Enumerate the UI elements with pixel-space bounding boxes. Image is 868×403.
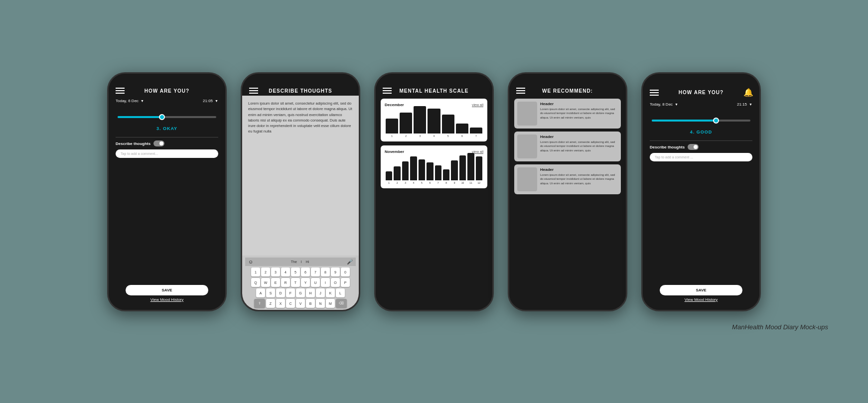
hamburger-icon[interactable] [516,88,525,94]
key-S[interactable]: S [266,288,275,297]
slider-thumb[interactable] [159,114,165,120]
describe-toggle[interactable] [688,144,699,150]
key-B[interactable]: B [306,299,315,308]
key-W[interactable]: W [261,278,270,287]
emoji-button[interactable]: ☺ [248,259,253,265]
key-M[interactable]: M [326,299,335,308]
time-chip[interactable]: 21:05▼ [203,99,218,103]
slider-track[interactable] [118,116,216,118]
phone-screen: WE RECOMMEND:HeaderLorem ipsum dolor sit… [509,74,626,310]
bar-col: 4 [428,109,440,137]
chart-view-all-link[interactable]: view all [472,103,483,107]
key-Y[interactable]: Y [301,278,310,287]
key-7[interactable]: 7 [311,268,320,276]
key-5[interactable]: 5 [291,268,300,276]
bar-label: 5 [421,181,423,184]
slider-track[interactable] [652,120,750,122]
hamburger-icon[interactable] [249,88,258,94]
rec-card-2[interactable]: HeaderLorem ipsum dolor sit amet, consec… [514,164,621,194]
key-R[interactable]: R [281,278,290,287]
key-8[interactable]: 8 [321,268,330,276]
time-chip[interactable]: 21:15▼ [737,102,752,107]
key-G[interactable]: G [296,288,305,297]
keyboard-suggestion[interactable]: Hi [306,260,309,264]
phone-screen: DESCRIBE THOUGHTSLorem ipsum dolor sit a… [242,74,359,310]
comment-input[interactable]: Tap to add a comment ... [650,153,752,161]
key-⌫[interactable]: ⌫ [336,299,347,308]
date-chip[interactable]: Today, 8 Dec▼ [650,102,678,107]
key-J[interactable]: J [316,288,325,297]
slider-fill [652,120,716,122]
describe-toggle[interactable] [153,140,164,146]
date-text: Today, 8 Dec [650,102,673,107]
mood-label: 3. OKAY [116,126,218,131]
describe-row: Describe thoughts [116,140,218,146]
how-are-you-section: Today, 6 Dec▼21:05▼3. OKAYDescribe thoug… [109,96,225,310]
hamburger-icon[interactable] [116,88,125,94]
thoughts-text-area[interactable]: Lorem ipsum dolor sit amet, consectetur … [242,96,359,256]
mood-slider-container [650,116,752,126]
phone-notch [686,74,716,82]
bar-label: 10 [461,181,464,184]
key-rows: 1234567890QWERTYUIOPASDFGHJKL⇧ZXCVBNM⌫ [245,268,356,308]
key-D[interactable]: D [276,288,285,297]
bell-slot[interactable]: 🔔 [743,88,752,97]
comment-input[interactable]: Tap to add a comment... [116,149,218,158]
key-X[interactable]: X [276,299,285,308]
key-I[interactable]: I [321,278,330,287]
save-button[interactable]: SAVE [126,285,208,295]
screen-title: HOW ARE YOU? [125,88,209,94]
rec-content: HeaderLorem ipsum dolor sit amet, consec… [540,102,618,126]
view-mood-history-link[interactable]: View Mood History [650,297,752,302]
bar [386,171,392,180]
caption: ManHealth Mood Diary Mock-ups [10,323,858,331]
key-2[interactable]: 2 [261,268,270,276]
key-N[interactable]: N [316,299,325,308]
key-H[interactable]: H [306,288,315,297]
keyboard-suggestion[interactable]: The [291,260,297,264]
rec-card-1[interactable]: HeaderLorem ipsum dolor sit amet, consec… [514,132,621,161]
key-E[interactable]: E [271,278,280,287]
bar-label: 4 [434,134,435,137]
key-T[interactable]: T [291,278,300,287]
key-3[interactable]: 3 [271,268,280,276]
save-button[interactable]: SAVE [660,285,742,295]
key-1[interactable]: 1 [251,268,260,276]
key-C[interactable]: C [286,299,295,308]
phone-1: HOW ARE YOU?Today, 6 Dec▼21:05▼3. OKAYDe… [107,72,227,311]
mic-button[interactable]: 🎤 [347,259,353,265]
chart-month-label: December [385,103,404,107]
rec-card-0[interactable]: HeaderLorem ipsum dolor sit amet, consec… [514,99,621,129]
key-4[interactable]: 4 [281,268,290,276]
bar-col: 1 [386,171,392,184]
screen-title: DESCRIBE THOUGHTS [258,88,343,94]
key-0[interactable]: 0 [341,268,350,276]
key-P[interactable]: P [341,278,350,287]
top-bar: HOW ARE YOU? [109,84,225,96]
hamburger-icon[interactable] [383,88,392,94]
key-Z[interactable]: Z [266,299,275,308]
key-O[interactable]: O [331,278,340,287]
key-L[interactable]: L [336,288,345,297]
hamburger-icon[interactable] [650,90,659,96]
key-A[interactable]: A [256,288,265,297]
keyboard-suggestion[interactable]: I [301,260,302,264]
bar [459,155,466,180]
key-Q[interactable]: Q [251,278,260,287]
date-chip[interactable]: Today, 6 Dec▼ [116,99,144,103]
key-⇧[interactable]: ⇧ [254,299,265,308]
phone-notch [286,74,315,82]
bar [394,166,400,180]
bar [386,119,398,134]
top-bar: MENTAL HEALTH SCALE [376,84,492,96]
key-9[interactable]: 9 [331,268,340,276]
view-mood-history-link[interactable]: View Mood History [116,297,218,302]
describe-label: Describe thoughts [116,141,150,146]
bar-label: 7 [437,181,439,184]
key-K[interactable]: K [326,288,335,297]
slider-thumb[interactable] [713,118,719,124]
key-U[interactable]: U [311,278,320,287]
key-6[interactable]: 6 [301,268,310,276]
key-F[interactable]: F [286,288,295,297]
key-V[interactable]: V [296,299,305,308]
